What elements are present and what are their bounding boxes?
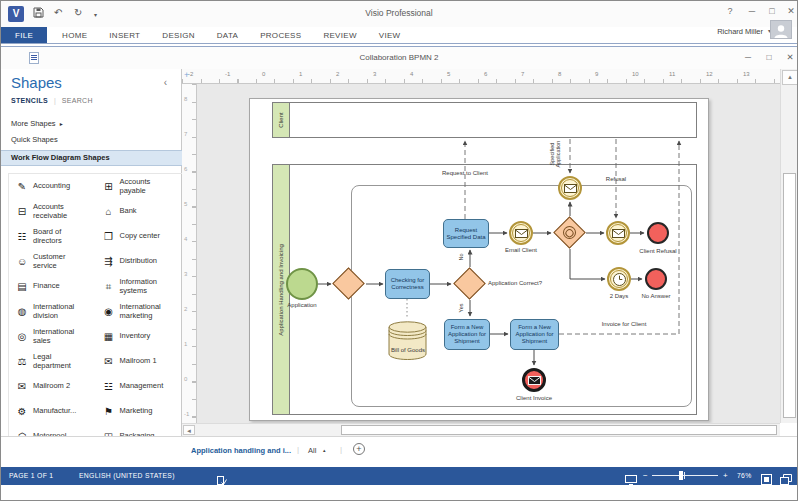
tab-view[interactable]: VIEW: [368, 27, 412, 43]
stencil-item-inventory[interactable]: ▦Inventory: [96, 331, 183, 342]
stencil-item-management[interactable]: ☳Management: [96, 381, 183, 392]
accounts-payable-icon: ⊞: [102, 181, 116, 192]
international-division-icon: ◍: [15, 306, 29, 317]
more-shapes-arrow-icon: ▸: [60, 121, 63, 127]
doc-minimize-button[interactable]: ─: [739, 52, 757, 62]
distribution-icon: ⇶: [102, 256, 116, 267]
message-event-email-client[interactable]: [509, 221, 533, 245]
timer-event-2-days[interactable]: [607, 267, 631, 291]
stencil-item-copy-center[interactable]: ❐Copy center: [96, 231, 183, 242]
app-title: Visio Professional: [1, 8, 797, 18]
label-refusal: Refusal: [596, 176, 636, 183]
legal-department-icon: ⚖: [15, 356, 29, 367]
doc-maximize-button[interactable]: □: [760, 52, 778, 62]
start-event-application[interactable]: [286, 268, 318, 300]
stencil-item-legal-department[interactable]: ⚖Legal department: [9, 353, 96, 370]
tab-process[interactable]: PROCESS: [249, 27, 312, 43]
status-language[interactable]: ENGLISH (UNITED STATES): [79, 472, 175, 479]
document-bar: Collaboration BPMN 2 ─ □ ✕: [1, 47, 797, 69]
information-systems-icon: ⌗: [102, 281, 116, 293]
tab-review[interactable]: REVIEW: [312, 27, 367, 43]
accounting-icon: ✎: [15, 181, 29, 192]
vertical-scroll-thumb[interactable]: [783, 173, 796, 418]
proofing-icon[interactable]: [217, 471, 227, 489]
message-end-event-client-invoice[interactable]: [522, 368, 546, 392]
drawing-canvas[interactable]: Client Application Handling and Invoicin…: [197, 84, 780, 423]
stencil-item-finance[interactable]: ▤Finance: [9, 281, 96, 292]
switch-windows-icon[interactable]: [780, 471, 792, 489]
tab-home[interactable]: HOME: [51, 27, 98, 43]
tab-search[interactable]: SEARCH: [62, 97, 93, 104]
minimize-button[interactable]: ─: [743, 6, 761, 16]
tab-file[interactable]: FILE: [1, 27, 47, 43]
end-event-client-refusal[interactable]: [647, 222, 669, 244]
close-button[interactable]: ✕: [782, 6, 798, 16]
stencil-item-accounts-receivable[interactable]: ⊟Accounts receivable: [9, 203, 96, 220]
tab-design[interactable]: DESIGN: [151, 27, 205, 43]
stencil-item-manufacturing[interactable]: ⚙Manufactur...: [9, 406, 96, 417]
document-title: Collaboration BPMN 2: [1, 53, 797, 62]
stencil-item-board-of-directors[interactable]: ☷Board of directors: [9, 228, 96, 245]
maximize-button[interactable]: □: [763, 6, 781, 16]
label-no-answer: No Answer: [631, 293, 681, 300]
stencil-item-international-sales[interactable]: ◎International sales: [9, 328, 96, 345]
task-request-specified-data[interactable]: Request Specified Data: [443, 219, 489, 248]
vertical-ruler: 87 65 43 21 0-1: [182, 84, 197, 423]
stencil-item-bank[interactable]: ⌂Bank: [96, 206, 183, 217]
quick-shapes-link[interactable]: Quick Shapes: [11, 135, 58, 144]
fit-page-icon[interactable]: [761, 471, 772, 489]
doc-close-button[interactable]: ✕: [781, 52, 798, 62]
zoom-level[interactable]: 76%: [737, 472, 752, 479]
stencil-item-distribution[interactable]: ⇶Distribution: [96, 256, 183, 267]
page-tab-active[interactable]: Application handling and i...: [191, 446, 291, 455]
more-shapes-link[interactable]: More Shapes ▸: [11, 119, 63, 128]
stencil-item-accounts-payable[interactable]: ⊞Accounts payable: [96, 178, 183, 195]
all-pages-button[interactable]: All: [308, 446, 316, 455]
vertical-scrollbar[interactable]: ▲: [780, 69, 798, 423]
task-form-new-application-2[interactable]: Form a New Application for Shipment: [510, 319, 559, 350]
zoom-in-button[interactable]: +: [723, 471, 728, 480]
scroll-up-icon[interactable]: ▲: [782, 70, 798, 85]
zoom-out-button[interactable]: −: [643, 471, 648, 480]
tab-stencils[interactable]: STENCILS: [11, 97, 48, 104]
tab-insert[interactable]: INSERT: [98, 27, 151, 43]
collapse-panel-icon[interactable]: ‹: [164, 77, 167, 88]
message-event-refusal[interactable]: [606, 221, 630, 245]
user-name[interactable]: Richard Miller: [717, 27, 763, 36]
active-stencil-title[interactable]: Work Flow Diagram Shapes: [1, 150, 182, 166]
task-form-new-application-1[interactable]: Form a New Application for Shipment: [444, 319, 490, 350]
zoom-slider-thumb[interactable]: [679, 471, 683, 480]
horizontal-scrollbar[interactable]: ◄: [182, 423, 780, 436]
customer-service-icon: ☺: [15, 256, 29, 267]
connectors-layer: [250, 99, 710, 422]
start-event-label: Application: [270, 302, 334, 309]
presentation-mode-icon[interactable]: [625, 471, 637, 489]
message-event-specified-application[interactable]: [558, 176, 582, 200]
user-avatar[interactable]: [770, 20, 792, 39]
label-email-client: Email Client: [494, 247, 548, 254]
tab-data[interactable]: DATA: [206, 27, 249, 43]
stencil-item-international-division[interactable]: ◍International division: [9, 303, 96, 320]
envelope-icon: [515, 229, 528, 238]
international-sales-icon: ◎: [15, 331, 29, 342]
label-application-correct: Application Correct?: [488, 280, 550, 287]
datastore-bill-of-goods[interactable]: [388, 320, 427, 364]
stencil-item-accounting[interactable]: ✎Accounting: [9, 181, 96, 192]
stencil-item-mailroom-1[interactable]: ✉Mailroom 1: [96, 356, 183, 367]
horizontal-scroll-thumb[interactable]: [341, 425, 777, 435]
insert-page-button[interactable]: +: [353, 443, 365, 455]
stencil-item-customer-service[interactable]: ☺Customer service: [9, 253, 96, 270]
end-event-no-answer[interactable]: [645, 268, 667, 290]
scroll-left-icon[interactable]: ◄: [183, 425, 195, 435]
stencil-item-mailroom-2[interactable]: ✉Mailroom 2: [9, 381, 96, 392]
task-checking-for-correctness[interactable]: Checking for Correctness: [385, 269, 430, 299]
stencil-item-marketing[interactable]: ⚑Marketing: [96, 406, 183, 417]
status-page-indicator[interactable]: PAGE 1 OF 1: [9, 472, 53, 479]
stencil-item-international-marketing[interactable]: ◉International marketing: [96, 303, 183, 320]
event-gateway-rings: [560, 223, 578, 241]
drawing-page[interactable]: Client Application Handling and Invoicin…: [249, 98, 709, 421]
stencil-item-information-systems[interactable]: ⌗Information systems: [96, 278, 183, 295]
zoom-slider-track[interactable]: [652, 475, 718, 476]
copy-center-icon: ❐: [102, 231, 116, 242]
help-button[interactable]: ?: [721, 6, 739, 16]
